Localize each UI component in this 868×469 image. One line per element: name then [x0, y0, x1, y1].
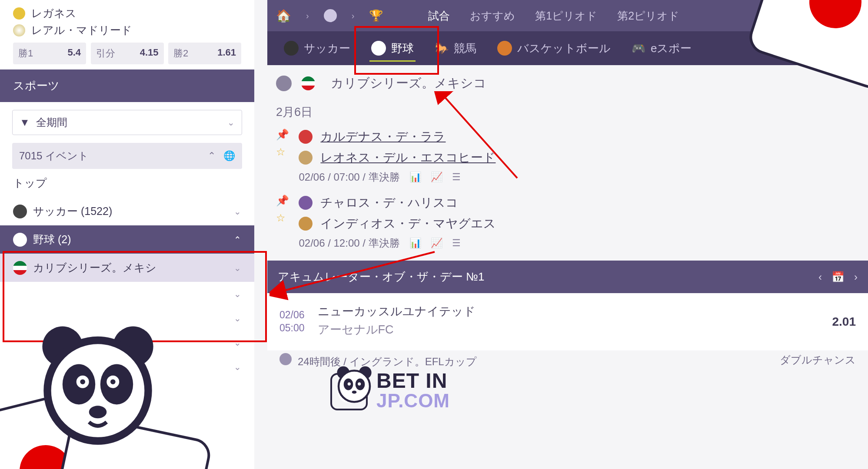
tab-period2[interactable]: 第2ピリオド — [615, 9, 682, 23]
filter-icon: ▼ — [20, 116, 30, 129]
panda-icon — [35, 321, 161, 447]
calendar-icon[interactable]: 📅 — [831, 271, 845, 283]
chevron-down-icon: ⌄ — [234, 313, 241, 324]
accumulator-body[interactable]: 02/06 05:00 ニューカッスルユナイテッド アーセナルFC 2.01 — [267, 293, 868, 350]
horse-icon: 🐎 — [435, 42, 449, 55]
chevron-down-icon: ⌄ — [234, 337, 241, 348]
accumulator-header: アキュムレーター・オブ・ザ・デー №1 ‹ 📅 › — [267, 261, 868, 293]
svg-point-9 — [352, 390, 357, 393]
soccer-icon — [284, 41, 299, 56]
soccer-icon — [279, 353, 292, 365]
sidebar-item-baseball[interactable]: 野球 (2) ⌃ — [0, 225, 254, 254]
prev-icon[interactable]: ‹ — [818, 271, 822, 283]
chevron-down-icon: ⌄ — [234, 263, 241, 273]
chevron-down-icon: ⌄ — [234, 289, 241, 299]
team-logo-icon — [299, 196, 313, 210]
events-count-row: 7015 イベント ⌃ 🌐 — [12, 143, 242, 169]
soccer-icon — [13, 205, 27, 218]
sidebar-item-top[interactable]: トップ — [0, 169, 254, 197]
chart-icon[interactable]: 📊 — [409, 172, 421, 183]
team-logo-icon — [299, 217, 313, 231]
tab-period1[interactable]: 第1ピリオド — [532, 9, 600, 23]
tab-matches[interactable]: 試合 — [426, 9, 452, 23]
event-row[interactable]: 📌 ☆ チャロス・デ・ハリスコ インディオス・デ・マヤグエス 02/06 / 1… — [267, 190, 868, 256]
svg-point-4 — [339, 371, 370, 402]
team-logo-icon — [299, 151, 313, 165]
section-header-sports: スポーツ — [0, 69, 254, 102]
accumulator-title: アキュムレーター・オブ・ザ・デー №1 — [278, 269, 485, 284]
acc-odd: 2.01 — [832, 315, 856, 329]
league-row[interactable]: カリブシリーズ。メキシコ — [267, 65, 868, 102]
basketball-icon — [497, 41, 512, 56]
date-label: 2月6日 — [267, 102, 868, 124]
mexico-flag-icon — [301, 76, 315, 90]
pin-icon[interactable]: 📌 — [276, 195, 289, 207]
sidebar-item-placeholder[interactable]: ⌄ — [0, 282, 254, 306]
odd-win2[interactable]: 勝2 1.61 — [168, 43, 241, 64]
acc-team2: アーセナルFC — [318, 322, 819, 337]
panda-icon — [335, 365, 374, 404]
stats-icon[interactable]: 📈 — [431, 172, 442, 183]
chevron-up-icon: ⌃ — [234, 234, 241, 245]
team1-name: レガネス — [31, 6, 76, 20]
sportbar-horse[interactable]: 🐎 競馬 — [427, 31, 484, 65]
collapse-all-icon[interactable]: ⌃ — [208, 150, 216, 162]
chevron-right-icon: › — [306, 11, 309, 21]
baseball-icon — [371, 41, 386, 56]
list-icon[interactable]: ☰ — [452, 172, 461, 183]
list-icon[interactable]: ☰ — [452, 238, 461, 249]
event-row[interactable]: 📌 ☆ カルデナス・デ・ララ レオネス・デル・エスコヒード 02/06 / 07… — [267, 124, 868, 190]
baseball-icon — [276, 76, 292, 91]
chevron-down-icon: ⌄ — [227, 117, 235, 128]
sidebar-item-soccer[interactable]: サッカー (1522) ⌄ — [0, 197, 254, 225]
gamepad-icon: 🎮 — [632, 42, 645, 55]
svg-point-17 — [80, 379, 85, 384]
featured-match[interactable]: レガネス レアル・マドリード 勝1 5.4 引分 4.15 勝2 1.61 — [0, 0, 254, 69]
event1-team2: レオネス・デル・エスコヒード — [320, 149, 496, 166]
team2-name: レアル・マドリード — [31, 23, 132, 37]
chart-icon[interactable]: 📊 — [409, 238, 421, 249]
baseball-icon — [13, 233, 27, 247]
svg-point-19 — [89, 406, 107, 418]
league-name: カリブシリーズ。メキシコ — [331, 75, 486, 92]
event1-meta: 02/06 / 07:00 / 準決勝 — [299, 170, 399, 184]
time-filter-dropdown[interactable]: ▼ 全期間 ⌄ — [12, 110, 242, 135]
chevron-down-icon: ⌄ — [234, 206, 241, 217]
svg-point-7 — [348, 383, 351, 386]
chevron-right-icon: › — [352, 11, 355, 21]
tab-recommended[interactable]: おすすめ — [467, 9, 518, 23]
event2-team1: チャロス・デ・ハリスコ — [320, 195, 458, 211]
sportbar-soccer[interactable]: サッカー — [276, 31, 358, 65]
sidebar-item-caribbean-series[interactable]: カリブシリーズ。メキシ ⌄ — [0, 254, 254, 282]
sportbar-baseball[interactable]: 野球 — [363, 31, 422, 65]
team-logo-icon — [299, 130, 313, 144]
baseball-crumb-icon[interactable] — [324, 9, 337, 22]
next-icon[interactable]: › — [854, 271, 858, 283]
mexico-flag-icon — [13, 261, 27, 275]
globe-icon[interactable]: 🌐 — [223, 150, 235, 162]
team2-logo-icon — [13, 24, 25, 36]
odd-draw[interactable]: 引分 4.15 — [91, 43, 164, 64]
events-count: 7015 イベント — [19, 149, 89, 163]
star-icon[interactable]: ☆ — [276, 212, 289, 224]
stats-icon[interactable]: 📈 — [431, 238, 442, 249]
svg-point-18 — [110, 379, 116, 384]
svg-point-8 — [358, 383, 361, 386]
trophy-icon[interactable]: 🏆 — [369, 9, 383, 23]
event2-team2: インディオス・デ・マヤグエス — [320, 215, 496, 232]
odd-win1[interactable]: 勝1 5.4 — [13, 43, 86, 64]
chevron-down-icon: ⌄ — [234, 362, 241, 372]
event2-meta: 02/06 / 12:00 / 準決勝 — [299, 236, 399, 250]
pin-icon[interactable]: 📌 — [276, 129, 289, 141]
acc-market: ダブルチャンス — [780, 353, 856, 369]
event1-team1: カルデナス・デ・ララ — [320, 129, 446, 145]
acc-datetime: 02/06 05:00 — [279, 309, 305, 335]
star-icon[interactable]: ☆ — [276, 146, 289, 158]
filter-label: 全期間 — [36, 116, 67, 129]
sportbar-basketball[interactable]: バスケットボール — [489, 31, 619, 65]
team1-logo-icon — [13, 7, 25, 20]
acc-team1: ニューカッスルユナイテッド — [318, 304, 819, 319]
home-icon[interactable]: 🏠 — [276, 9, 291, 23]
sportbar-esports[interactable]: 🎮 eスポー — [624, 31, 699, 65]
